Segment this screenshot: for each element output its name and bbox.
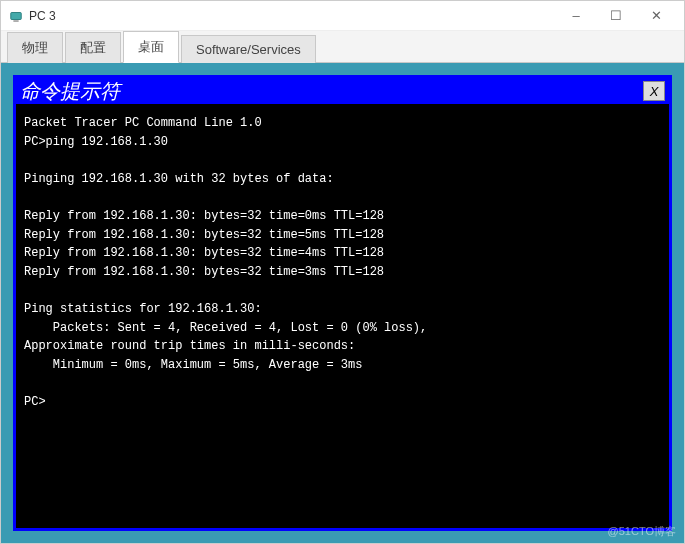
- app-window: PC 3 – ☐ ✕ 物理 配置 桌面 Software/Services 命令…: [0, 0, 685, 544]
- minimize-button[interactable]: –: [556, 4, 596, 28]
- tab-desktop[interactable]: 桌面: [123, 31, 179, 63]
- command-prompt-window: 命令提示符 X Packet Tracer PC Command Line 1.…: [13, 75, 672, 531]
- titlebar: PC 3 – ☐ ✕: [1, 1, 684, 31]
- tab-software-services[interactable]: Software/Services: [181, 35, 316, 63]
- close-button[interactable]: ✕: [636, 4, 676, 28]
- command-prompt-close-button[interactable]: X: [643, 81, 665, 101]
- command-prompt-title: 命令提示符: [20, 78, 120, 105]
- app-icon: [9, 9, 23, 23]
- tab-config[interactable]: 配置: [65, 32, 121, 63]
- window-title: PC 3: [29, 9, 56, 23]
- maximize-button[interactable]: ☐: [596, 4, 636, 28]
- command-prompt-titlebar: 命令提示符 X: [16, 78, 669, 104]
- tabs: 物理 配置 桌面 Software/Services: [1, 31, 684, 63]
- desktop-area: 命令提示符 X Packet Tracer PC Command Line 1.…: [1, 63, 684, 543]
- svg-rect-1: [13, 20, 18, 21]
- command-prompt-output[interactable]: Packet Tracer PC Command Line 1.0 PC>pin…: [16, 104, 669, 528]
- tab-physical[interactable]: 物理: [7, 32, 63, 63]
- svg-rect-0: [11, 12, 22, 19]
